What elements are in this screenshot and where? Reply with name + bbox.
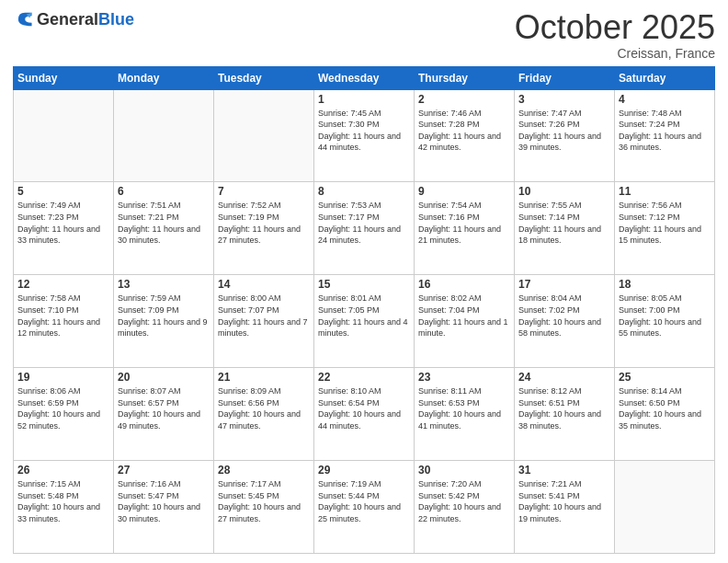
calendar-day-cell: 27Sunrise: 7:16 AM Sunset: 5:47 PM Dayli…	[114, 461, 214, 554]
day-number: 9	[418, 185, 510, 198]
month-year-title: October 2025	[515, 9, 715, 46]
calendar-day-cell: 12Sunrise: 7:58 AM Sunset: 7:10 PM Dayli…	[14, 275, 114, 368]
day-number: 8	[318, 185, 410, 198]
day-number: 3	[518, 93, 610, 106]
calendar-day-cell	[615, 461, 715, 554]
calendar-day-cell: 7Sunrise: 7:52 AM Sunset: 7:19 PM Daylig…	[214, 182, 314, 275]
day-number: 19	[17, 371, 109, 384]
calendar-day-cell: 23Sunrise: 8:11 AM Sunset: 6:53 PM Dayli…	[415, 368, 515, 461]
day-info: Sunrise: 7:59 AM Sunset: 7:09 PM Dayligh…	[118, 293, 210, 339]
day-info: Sunrise: 7:52 AM Sunset: 7:19 PM Dayligh…	[218, 200, 310, 246]
day-info: Sunrise: 8:01 AM Sunset: 7:05 PM Dayligh…	[318, 293, 410, 339]
day-info: Sunrise: 7:51 AM Sunset: 7:21 PM Dayligh…	[118, 200, 210, 246]
calendar-day-cell: 10Sunrise: 7:55 AM Sunset: 7:14 PM Dayli…	[515, 182, 615, 275]
day-info: Sunrise: 8:11 AM Sunset: 6:53 PM Dayligh…	[418, 385, 510, 431]
day-info: Sunrise: 7:53 AM Sunset: 7:17 PM Dayligh…	[318, 200, 410, 246]
calendar-day-cell: 18Sunrise: 8:05 AM Sunset: 7:00 PM Dayli…	[615, 275, 715, 368]
logo-general: General	[37, 10, 98, 29]
logo: GeneralBlue	[13, 9, 134, 29]
weekday-header-monday: Monday	[114, 66, 214, 89]
day-info: Sunrise: 8:06 AM Sunset: 6:59 PM Dayligh…	[17, 385, 109, 431]
calendar-day-cell: 11Sunrise: 7:56 AM Sunset: 7:12 PM Dayli…	[615, 182, 715, 275]
day-info: Sunrise: 8:00 AM Sunset: 7:07 PM Dayligh…	[218, 293, 310, 339]
weekday-header-row: SundayMondayTuesdayWednesdayThursdayFrid…	[14, 66, 715, 89]
day-number: 29	[318, 464, 410, 477]
location-label: Creissan, France	[515, 46, 715, 61]
day-number: 21	[218, 371, 310, 384]
calendar-day-cell	[14, 89, 114, 182]
title-block: October 2025 Creissan, France	[515, 9, 715, 61]
calendar-day-cell: 17Sunrise: 8:04 AM Sunset: 7:02 PM Dayli…	[515, 275, 615, 368]
calendar-day-cell: 21Sunrise: 8:09 AM Sunset: 6:56 PM Dayli…	[214, 368, 314, 461]
calendar-day-cell	[114, 89, 214, 182]
day-number: 31	[518, 464, 610, 477]
day-info: Sunrise: 7:54 AM Sunset: 7:16 PM Dayligh…	[418, 200, 510, 246]
day-number: 5	[17, 185, 109, 198]
calendar-day-cell: 1Sunrise: 7:45 AM Sunset: 7:30 PM Daylig…	[314, 89, 415, 182]
calendar-day-cell: 28Sunrise: 7:17 AM Sunset: 5:45 PM Dayli…	[214, 461, 314, 554]
calendar-day-cell: 2Sunrise: 7:46 AM Sunset: 7:28 PM Daylig…	[415, 89, 515, 182]
day-number: 20	[118, 371, 210, 384]
calendar-day-cell: 16Sunrise: 8:02 AM Sunset: 7:04 PM Dayli…	[415, 275, 515, 368]
day-info: Sunrise: 7:19 AM Sunset: 5:44 PM Dayligh…	[318, 478, 410, 524]
calendar-day-cell: 9Sunrise: 7:54 AM Sunset: 7:16 PM Daylig…	[415, 182, 515, 275]
day-number: 4	[619, 93, 711, 106]
day-info: Sunrise: 7:17 AM Sunset: 5:45 PM Dayligh…	[218, 478, 310, 524]
day-number: 18	[619, 278, 711, 291]
day-info: Sunrise: 7:20 AM Sunset: 5:42 PM Dayligh…	[418, 478, 510, 524]
day-info: Sunrise: 8:14 AM Sunset: 6:50 PM Dayligh…	[619, 385, 711, 431]
calendar-day-cell: 3Sunrise: 7:47 AM Sunset: 7:26 PM Daylig…	[515, 89, 615, 182]
day-info: Sunrise: 7:15 AM Sunset: 5:48 PM Dayligh…	[17, 478, 109, 524]
calendar-day-cell: 13Sunrise: 7:59 AM Sunset: 7:09 PM Dayli…	[114, 275, 214, 368]
day-info: Sunrise: 7:58 AM Sunset: 7:10 PM Dayligh…	[17, 293, 109, 339]
calendar-day-cell: 31Sunrise: 7:21 AM Sunset: 5:41 PM Dayli…	[515, 461, 615, 554]
day-number: 14	[218, 278, 310, 291]
calendar-day-cell: 20Sunrise: 8:07 AM Sunset: 6:57 PM Dayli…	[114, 368, 214, 461]
weekday-header-tuesday: Tuesday	[214, 66, 314, 89]
calendar-day-cell: 6Sunrise: 7:51 AM Sunset: 7:21 PM Daylig…	[114, 182, 214, 275]
calendar-day-cell: 5Sunrise: 7:49 AM Sunset: 7:23 PM Daylig…	[14, 182, 114, 275]
weekday-header-saturday: Saturday	[615, 66, 715, 89]
calendar-day-cell: 25Sunrise: 8:14 AM Sunset: 6:50 PM Dayli…	[615, 368, 715, 461]
calendar-week-row: 19Sunrise: 8:06 AM Sunset: 6:59 PM Dayli…	[14, 368, 715, 461]
day-number: 15	[318, 278, 410, 291]
calendar-week-row: 1Sunrise: 7:45 AM Sunset: 7:30 PM Daylig…	[14, 89, 715, 182]
day-info: Sunrise: 7:21 AM Sunset: 5:41 PM Dayligh…	[518, 478, 610, 524]
day-number: 22	[318, 371, 410, 384]
day-number: 30	[418, 464, 510, 477]
calendar-day-cell: 22Sunrise: 8:10 AM Sunset: 6:54 PM Dayli…	[314, 368, 415, 461]
calendar-week-row: 26Sunrise: 7:15 AM Sunset: 5:48 PM Dayli…	[14, 461, 715, 554]
calendar-day-cell: 19Sunrise: 8:06 AM Sunset: 6:59 PM Dayli…	[14, 368, 114, 461]
weekday-header-wednesday: Wednesday	[314, 66, 415, 89]
day-number: 13	[118, 278, 210, 291]
day-number: 16	[418, 278, 510, 291]
day-number: 2	[418, 93, 510, 106]
calendar-week-row: 5Sunrise: 7:49 AM Sunset: 7:23 PM Daylig…	[14, 182, 715, 275]
day-info: Sunrise: 7:46 AM Sunset: 7:28 PM Dayligh…	[418, 108, 510, 154]
day-info: Sunrise: 8:02 AM Sunset: 7:04 PM Dayligh…	[418, 293, 510, 339]
day-info: Sunrise: 7:49 AM Sunset: 7:23 PM Dayligh…	[17, 200, 109, 246]
day-info: Sunrise: 8:10 AM Sunset: 6:54 PM Dayligh…	[318, 385, 410, 431]
day-number: 7	[218, 185, 310, 198]
day-number: 12	[17, 278, 109, 291]
calendar-page: GeneralBlue October 2025 Creissan, Franc…	[0, 0, 728, 563]
logo-blue: Blue	[98, 10, 134, 29]
day-number: 26	[17, 464, 109, 477]
calendar-table: SundayMondayTuesdayWednesdayThursdayFrid…	[13, 66, 715, 554]
day-info: Sunrise: 7:45 AM Sunset: 7:30 PM Dayligh…	[318, 108, 410, 154]
day-number: 10	[518, 185, 610, 198]
day-info: Sunrise: 7:48 AM Sunset: 7:24 PM Dayligh…	[619, 108, 711, 154]
logo-text: GeneralBlue	[37, 10, 134, 29]
calendar-day-cell: 26Sunrise: 7:15 AM Sunset: 5:48 PM Dayli…	[14, 461, 114, 554]
logo-icon	[13, 9, 33, 29]
day-info: Sunrise: 8:12 AM Sunset: 6:51 PM Dayligh…	[518, 385, 610, 431]
calendar-day-cell: 24Sunrise: 8:12 AM Sunset: 6:51 PM Dayli…	[515, 368, 615, 461]
day-number: 1	[318, 93, 410, 106]
calendar-day-cell: 15Sunrise: 8:01 AM Sunset: 7:05 PM Dayli…	[314, 275, 415, 368]
day-number: 28	[218, 464, 310, 477]
calendar-day-cell: 29Sunrise: 7:19 AM Sunset: 5:44 PM Dayli…	[314, 461, 415, 554]
weekday-header-friday: Friday	[515, 66, 615, 89]
day-info: Sunrise: 8:09 AM Sunset: 6:56 PM Dayligh…	[218, 385, 310, 431]
weekday-header-thursday: Thursday	[415, 66, 515, 89]
page-header: GeneralBlue October 2025 Creissan, Franc…	[13, 9, 715, 61]
